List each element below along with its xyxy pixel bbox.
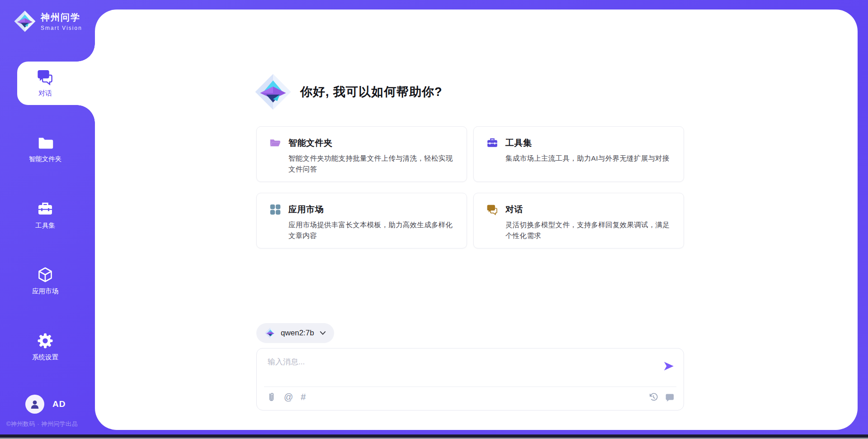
model-selector[interactable]: qwen2:7b — [256, 323, 334, 343]
message-input[interactable] — [268, 357, 647, 383]
copyright-text: ©神州数码 · 神州问学出品 — [6, 420, 78, 428]
brand-diamond-icon — [264, 327, 276, 339]
card-title: 智能文件夹 — [288, 137, 333, 149]
sidebar-item-label: 对话 — [38, 89, 52, 98]
card-description: 灵活切换多模型文件，支持多样回复效果调试，满足个性化需求 — [505, 220, 671, 241]
main-content-panel: 你好, 我可以如何帮助你? 智能文件夹 智能文件夹功能支持批量文件上传与清洗，轻… — [95, 10, 858, 430]
card-description: 集成市场上主流工具，助力AI与外界无缝扩展与对接 — [505, 153, 671, 164]
sidebar-item-app-market[interactable]: 应用市场 — [0, 267, 90, 296]
card-app-market[interactable]: 应用市场 应用市场提供丰富长文本模板，助力高效生成多样化文章内容 — [256, 193, 467, 248]
hashtag-icon[interactable]: # — [301, 392, 306, 402]
card-toolset[interactable]: 工具集 集成市场上主流工具，助力AI与外界无缝扩展与对接 — [473, 126, 684, 182]
brand-diamond-icon — [254, 73, 292, 111]
tab-fillet-top — [77, 43, 95, 62]
card-description: 应用市场提供丰富长文本模板，助力高效生成多样化文章内容 — [288, 220, 454, 241]
sidebar-item-smart-folder[interactable]: 智能文件夹 — [0, 134, 90, 163]
person-icon — [29, 398, 41, 410]
feature-cards: 智能文件夹 智能文件夹功能支持批量文件上传与清洗，轻松实现文件问答 工具集 集成… — [256, 126, 684, 248]
sidebar-item-label: 应用市场 — [32, 287, 58, 296]
card-description: 智能文件夹功能支持批量文件上传与清洗，轻松实现文件问答 — [288, 153, 454, 175]
toolbox-icon — [486, 137, 498, 149]
chevron-down-icon — [320, 331, 326, 335]
briefcase-icon — [37, 201, 53, 217]
bottom-dark-strip — [0, 434, 868, 438]
mention-icon[interactable]: @ — [284, 392, 293, 402]
greeting-title: 你好, 我可以如何帮助你? — [300, 84, 443, 100]
app-subtitle: Smart Vision — [41, 25, 82, 31]
gear-icon — [37, 333, 53, 349]
sidebar: 神州问学 Smart Vision 对话 智能文件夹 工具集 应用市 — [0, 0, 95, 439]
attachment-icon[interactable] — [267, 392, 276, 402]
sidebar-item-label: 智能文件夹 — [29, 155, 62, 163]
tab-fillet-bottom — [77, 105, 95, 123]
sidebar-item-settings[interactable]: 系统设置 — [0, 333, 90, 362]
sidebar-item-chat[interactable]: 对话 — [17, 62, 95, 105]
user-name: AD — [52, 399, 66, 409]
message-composer: @ # — [256, 348, 684, 410]
sidebar-item-label: 系统设置 — [32, 353, 58, 362]
chat-icon — [486, 204, 498, 215]
model-name: qwen2:7b — [281, 329, 314, 338]
composer-divider — [264, 387, 676, 387]
chat-icon — [37, 68, 54, 86]
folder-icon — [37, 134, 53, 151]
avatar[interactable] — [25, 395, 44, 414]
card-smart-folder[interactable]: 智能文件夹 智能文件夹功能支持批量文件上传与清洗，轻松实现文件问答 — [256, 126, 467, 182]
sidebar-item-toolset[interactable]: 工具集 — [0, 201, 90, 230]
send-icon[interactable] — [663, 360, 675, 372]
app-title: 神州问学 — [41, 11, 82, 24]
chat-bubble-icon[interactable] — [665, 392, 675, 402]
folder-open-icon — [269, 137, 281, 149]
cube-icon — [37, 267, 53, 283]
history-icon[interactable] — [649, 392, 658, 402]
card-title: 对话 — [505, 204, 523, 215]
card-title: 应用市场 — [288, 204, 324, 215]
brand-diamond-icon — [14, 10, 36, 33]
card-title: 工具集 — [505, 137, 532, 149]
app-logo: 神州问学 Smart Vision — [14, 10, 82, 33]
sidebar-item-label: 工具集 — [35, 221, 55, 230]
greeting: 你好, 我可以如何帮助你? — [254, 73, 443, 111]
card-chat[interactable]: 对话 灵活切换多模型文件，支持多样回复效果调试，满足个性化需求 — [473, 193, 684, 248]
app-grid-icon — [269, 204, 281, 215]
user-account[interactable]: AD — [25, 395, 66, 414]
